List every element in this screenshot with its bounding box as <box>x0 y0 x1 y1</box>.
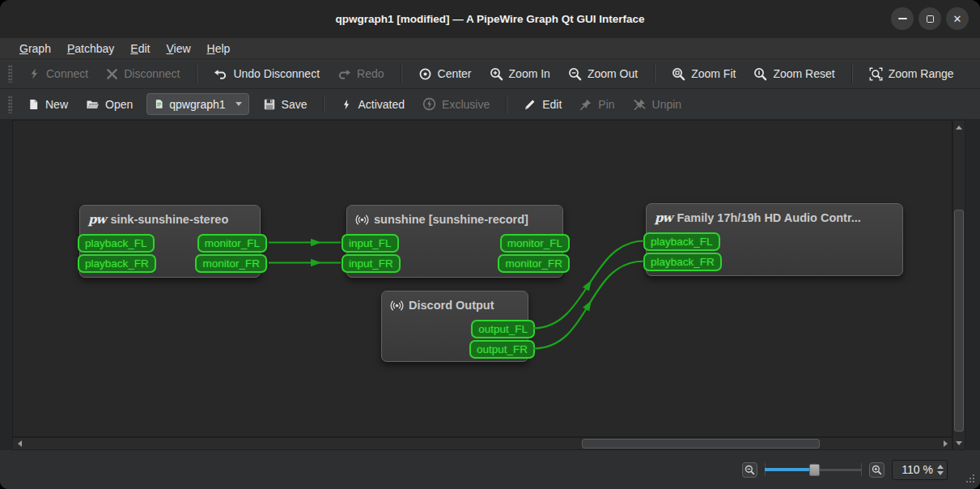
port-output[interactable]: monitor_FR <box>498 254 570 273</box>
pipewire-icon: pw <box>655 210 672 225</box>
minimize-button[interactable] <box>891 7 914 30</box>
toolbar-drag-handle[interactable] <box>8 65 12 83</box>
edit-button[interactable]: Edit <box>516 94 569 115</box>
zoom-range-button[interactable]: Zoom Range <box>862 63 961 85</box>
maximize-button[interactable] <box>918 7 941 30</box>
node-discord-output[interactable]: Discord Output output_FL output_FR <box>381 291 528 362</box>
toolbar-separator <box>654 65 655 83</box>
port-row: playback_FL <box>647 232 902 251</box>
pipewire-icon: pw <box>88 212 105 227</box>
vertical-scrollbar-thumb[interactable] <box>954 210 964 432</box>
spin-down-icon[interactable] <box>937 471 944 475</box>
port-input[interactable]: input_FR <box>342 254 401 273</box>
scroll-down-button[interactable] <box>953 437 965 449</box>
minimize-icon <box>898 18 907 19</box>
media-node-icon <box>390 299 404 313</box>
zoom-percent-spinbox[interactable]: 110 % <box>892 460 948 480</box>
open-folder-icon <box>86 98 100 111</box>
activated-button[interactable]: Activated <box>333 94 412 115</box>
port-input[interactable]: input_FL <box>342 234 399 253</box>
horizontal-scrollbar[interactable] <box>12 437 952 450</box>
graph-canvas[interactable]: pw sink-sunshine-stereo playback_FL moni… <box>12 120 952 437</box>
zoom-slider-fill <box>765 468 813 471</box>
menu-view[interactable]: View <box>158 40 198 57</box>
zoom-out-label: Zoom Out <box>588 67 638 80</box>
redo-label: Redo <box>357 67 384 80</box>
exclusive-button[interactable]: Exclusive <box>415 93 497 115</box>
port-input[interactable]: playback_FR <box>643 253 722 271</box>
window-resize-grip[interactable] <box>965 473 974 483</box>
menu-patchbay[interactable]: Patchbay <box>59 40 122 57</box>
port-row: input_FR monitor_FR <box>347 254 562 273</box>
port-input[interactable]: playback_FL <box>643 232 720 251</box>
save-label: Save <box>282 98 308 111</box>
port-list: playback_FL playback_FR <box>647 232 902 271</box>
port-output[interactable]: output_FR <box>469 340 535 359</box>
window-controls: ✕ <box>891 7 969 30</box>
statusbar-zoom-in-button[interactable] <box>869 462 885 478</box>
open-button[interactable]: Open <box>78 94 140 115</box>
spin-up-icon[interactable] <box>937 465 944 469</box>
zoom-slider[interactable] <box>765 462 862 477</box>
arrow-left-icon <box>18 440 22 447</box>
pin-icon <box>579 98 592 111</box>
zoom-in-label: Zoom In <box>509 67 550 80</box>
node-family-hd-audio[interactable]: pw Family 17h/19h HD Audio Contr... play… <box>646 203 903 276</box>
unpin-button[interactable]: Unpin <box>626 94 689 115</box>
unpin-label: Unpin <box>652 98 682 111</box>
toolbar-drag-handle[interactable] <box>8 96 12 113</box>
close-button[interactable]: ✕ <box>946 7 969 30</box>
vertical-scrollbar[interactable] <box>952 120 965 450</box>
disconnect-button[interactable]: Disconnect <box>99 63 187 84</box>
menu-help[interactable]: Help <box>199 40 239 57</box>
toolbar-separator <box>401 65 402 83</box>
center-button[interactable]: Center <box>411 63 479 85</box>
zoom-out-icon <box>568 67 582 81</box>
center-label: Center <box>438 67 472 80</box>
scroll-left-button[interactable] <box>14 438 25 449</box>
connect-button[interactable]: Connect <box>20 63 95 84</box>
menu-graph[interactable]: Graph <box>11 40 59 57</box>
node-sink-sunshine-stereo[interactable]: pw sink-sunshine-stereo playback_FL moni… <box>79 205 261 278</box>
zoom-in-button[interactable]: Zoom In <box>482 63 558 85</box>
horizontal-scrollbar-thumb[interactable] <box>582 439 820 449</box>
edit-label: Edit <box>542 98 562 111</box>
session-combobox[interactable]: qpwgraph1 <box>146 93 248 115</box>
node-sunshine[interactable]: sunshine [sunshine-record] input_FL moni… <box>346 205 563 278</box>
port-output[interactable]: output_FL <box>471 320 535 338</box>
node-title-text: Discord Output <box>409 299 494 312</box>
pin-button[interactable]: Pin <box>572 94 622 115</box>
undo-button[interactable]: Undo Disconnect <box>206 63 327 84</box>
zoom-fit-button[interactable]: Zoom Fit <box>664 63 743 85</box>
port-output[interactable]: monitor_FL <box>500 234 570 253</box>
node-title-text: Family 17h/19h HD Audio Contr... <box>677 211 860 224</box>
media-node-icon <box>355 213 369 227</box>
port-output[interactable]: monitor_FL <box>197 234 267 253</box>
statusbar-zoom-out-button[interactable] <box>742 462 757 478</box>
menu-edit[interactable]: Edit <box>122 40 158 57</box>
zoom-reset-icon <box>753 67 767 81</box>
save-button[interactable]: Save <box>256 94 315 115</box>
zoom-slider-handle[interactable] <box>809 464 820 476</box>
connection-edges-layer <box>13 121 952 437</box>
zoom-reset-button[interactable]: Zoom Reset <box>746 63 842 85</box>
redo-button[interactable]: Redo <box>330 63 391 84</box>
open-label: Open <box>105 98 133 111</box>
node-title-text: sunshine [sunshine-record] <box>374 213 528 226</box>
toolbar-patchbay: New Open qpwgraph1 Save Activated Exclus… <box>0 89 980 120</box>
scroll-right-button[interactable] <box>940 438 951 449</box>
arrow-up-icon <box>956 125 962 130</box>
port-input[interactable]: playback_FR <box>78 254 156 273</box>
port-list: input_FL monitor_FL input_FR monitor_FR <box>347 234 562 273</box>
node-title: pw sink-sunshine-stereo <box>80 206 260 233</box>
spinbox-steppers <box>937 465 944 475</box>
scroll-up-button[interactable] <box>953 121 965 133</box>
port-row: playback_FL monitor_FL <box>80 234 260 253</box>
zoom-out-button[interactable]: Zoom Out <box>561 63 645 85</box>
pin-label: Pin <box>598 98 614 111</box>
titlebar[interactable]: qpwgraph1 [modified] — A PipeWire Graph … <box>0 0 980 38</box>
new-button[interactable]: New <box>20 94 75 115</box>
port-output[interactable]: monitor_FR <box>195 254 267 273</box>
port-input[interactable]: playback_FL <box>78 234 155 253</box>
port-list: output_FL output_FR <box>382 320 528 359</box>
